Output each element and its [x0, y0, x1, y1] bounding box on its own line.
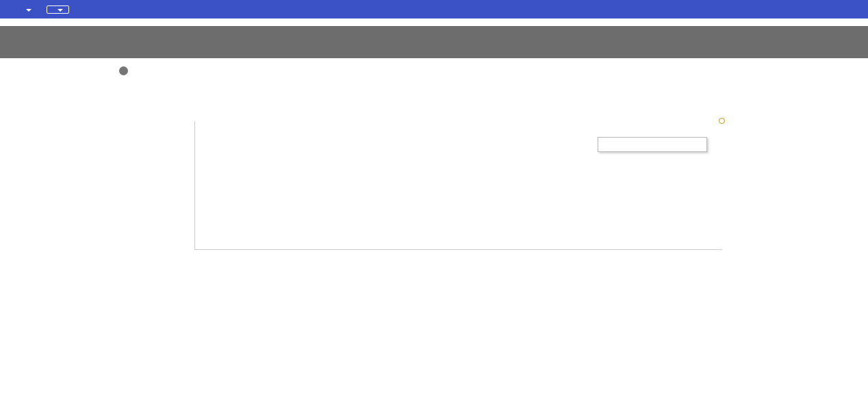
x-axis-ticks — [196, 255, 722, 264]
y-axis-ticks — [157, 121, 190, 250]
domain-selector-button[interactable] — [21, 8, 31, 12]
section-selector-button[interactable] — [47, 5, 69, 14]
chart-legend — [194, 101, 722, 110]
section-title-row — [118, 68, 128, 75]
chevron-down-icon — [58, 9, 63, 12]
app-header — [0, 0, 868, 18]
breadcrumb — [6, 5, 69, 14]
chart-tooltip — [598, 137, 707, 152]
page — [0, 0, 868, 393]
series-end-point[interactable] — [719, 118, 725, 124]
series-line — [195, 121, 722, 123]
help-icon[interactable] — [119, 66, 128, 75]
notification-banner — [0, 26, 868, 58]
chevron-down-icon — [26, 9, 31, 12]
